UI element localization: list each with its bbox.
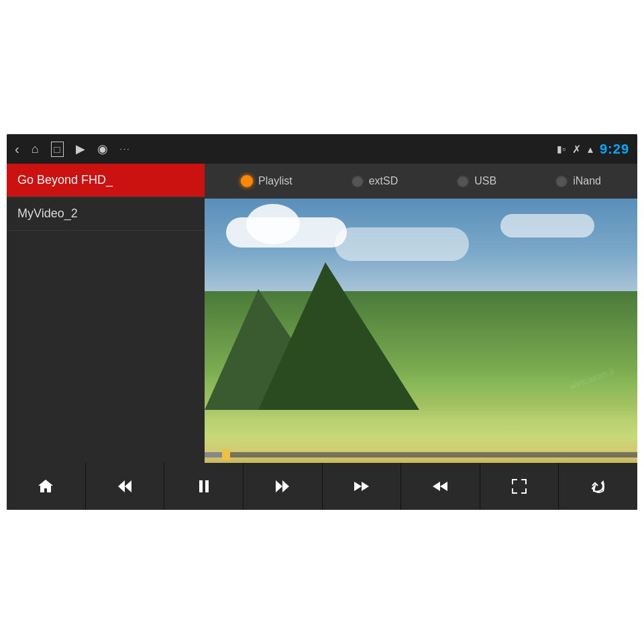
video-thumbnail: [205, 199, 637, 463]
video-container[interactable]: wincairan.ir: [205, 199, 637, 463]
svg-marker-1: [125, 480, 131, 492]
landscape-background: [205, 199, 637, 463]
cloud-3: [335, 227, 469, 261]
bluetooth-icon: ✗: [572, 143, 581, 156]
pause-button[interactable]: [164, 463, 244, 510]
svg-rect-3: [205, 480, 209, 492]
tab-inand[interactable]: iNand: [547, 171, 609, 191]
tab-usb[interactable]: USB: [449, 171, 504, 191]
fullscreen-button[interactable]: [480, 463, 559, 510]
svg-marker-9: [440, 482, 447, 491]
progress-fill: [205, 452, 226, 458]
home-nav-icon[interactable]: ⌂: [32, 142, 39, 156]
back-button[interactable]: [559, 463, 637, 510]
recents-icon[interactable]: □: [51, 142, 64, 157]
next-button[interactable]: [244, 463, 323, 510]
cast-icon: ▮▫: [557, 144, 566, 154]
status-bar-left: ‹ ⌂ □ ▶ ◉ ···: [15, 142, 131, 157]
playlist-item-0[interactable]: Go Beyond FHD_: [7, 164, 205, 197]
svg-marker-4: [276, 480, 282, 492]
svg-marker-0: [118, 480, 125, 492]
svg-marker-7: [362, 482, 369, 491]
status-bar-right: ▮▫ ✗ ▴ 9:29: [557, 142, 629, 157]
tab-label-playlist: Playlist: [258, 175, 292, 187]
tab-dot-usb: [457, 175, 469, 187]
right-panel: Playlist extSD USB iNand: [205, 164, 637, 463]
status-bar: ‹ ⌂ □ ▶ ◉ ··· ▮▫ ✗ ▴ 9:29: [7, 134, 637, 164]
svg-marker-5: [282, 480, 289, 492]
tab-label-extsd: extSD: [369, 175, 398, 187]
mountains: [205, 278, 637, 410]
progress-bar[interactable]: [205, 452, 637, 458]
tab-extsd[interactable]: extSD: [343, 171, 407, 191]
playlist-item-1[interactable]: MyVideo_2: [7, 197, 205, 231]
progress-thumb: [222, 449, 230, 460]
fastforward-button[interactable]: [401, 463, 480, 510]
svg-marker-6: [354, 482, 362, 491]
back-icon[interactable]: ‹: [15, 142, 19, 157]
tab-dot-extsd: [352, 175, 364, 187]
home-button[interactable]: [7, 463, 86, 510]
device-frame: ‹ ⌂ □ ▶ ◉ ··· ▮▫ ✗ ▴ 9:29: [0, 0, 644, 644]
wifi-icon: ▴: [588, 143, 593, 156]
app-screen: ‹ ⌂ □ ▶ ◉ ··· ▮▫ ✗ ▴ 9:29: [7, 134, 637, 510]
cloud-1: [226, 217, 347, 248]
svg-rect-2: [199, 480, 203, 492]
prev-button[interactable]: [86, 463, 165, 510]
cloud-2: [500, 214, 594, 237]
time-display: 9:29: [600, 142, 629, 157]
source-tabs: Playlist extSD USB iNand: [205, 164, 637, 199]
mountain-2: [258, 262, 419, 410]
tab-dot-playlist: [241, 175, 253, 187]
tab-label-usb: USB: [474, 175, 496, 187]
tab-playlist[interactable]: Playlist: [233, 171, 301, 191]
rewind-button[interactable]: [323, 463, 402, 510]
bag-icon[interactable]: ◉: [97, 142, 108, 156]
camera-icon[interactable]: ▶: [76, 142, 85, 156]
tab-label-inand: iNand: [573, 175, 601, 187]
more-icon[interactable]: ···: [120, 144, 131, 154]
sidebar: Go Beyond FHD_ MyVideo_2: [7, 164, 205, 463]
bottom-controls: [7, 463, 637, 510]
main-content: Go Beyond FHD_ MyVideo_2 Playlist extSD: [7, 164, 637, 463]
svg-marker-8: [433, 482, 440, 491]
tab-dot-inand: [555, 175, 568, 187]
